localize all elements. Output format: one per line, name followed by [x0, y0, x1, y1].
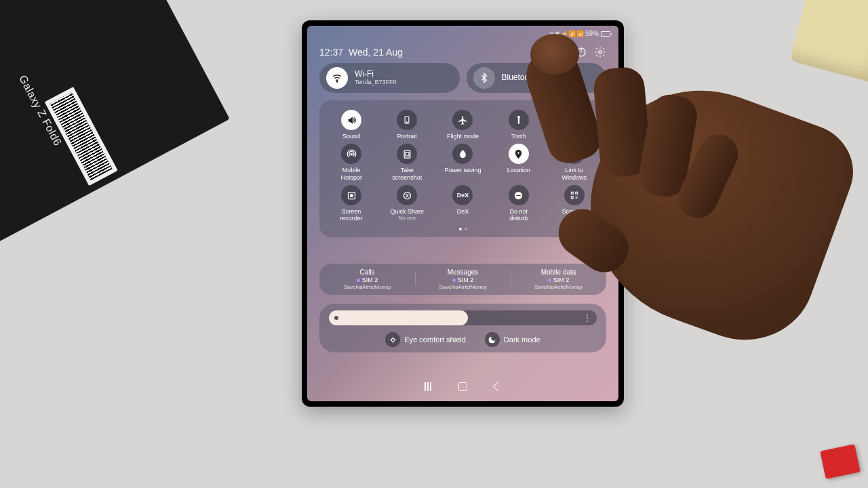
nav-bar [307, 377, 618, 396]
wifi-title: Wi-Fi [355, 70, 397, 79]
torch-label: Torch [500, 133, 538, 140]
scan-qr-label: Scan QR code [555, 208, 593, 222]
svg-point-19 [391, 338, 394, 341]
sim-messages[interactable]: Messages SIM 2 SaveNaAirtelMoney [415, 268, 511, 290]
settings-icon[interactable] [594, 46, 606, 58]
tile-portrait[interactable]: Portrait [388, 110, 426, 140]
tile-power-saving[interactable]: Power saving [443, 144, 481, 181]
bluetooth-icon [473, 67, 495, 89]
product-box [0, 0, 230, 246]
portrait-icon [397, 110, 417, 130]
screen-rec-label: Screen recorder [332, 208, 370, 222]
status-icons: ⊝ ✱ ⚡ 📶 📶 [549, 30, 583, 37]
portrait-label: Portrait [388, 133, 426, 140]
header-row: 12:37 Wed, 21 Aug [319, 46, 606, 58]
svg-point-3 [336, 81, 338, 83]
quick-settings-panel: SoundPortraitFlight modeTorchMobile data… [319, 100, 606, 237]
dnd-icon [509, 185, 529, 205]
screenshot-label: Take screenshot [388, 167, 426, 181]
sound-icon [341, 110, 361, 130]
wifi-icon [326, 67, 348, 89]
tile-sound[interactable]: Sound [332, 110, 370, 140]
date: Wed, 21 Aug [349, 47, 403, 58]
svg-point-5 [407, 122, 408, 123]
svg-rect-18 [517, 195, 521, 195]
svg-point-9 [517, 152, 519, 154]
tile-hotspot[interactable]: Mobile Hotspot [332, 144, 370, 181]
tile-screenshot[interactable]: Take screenshot [388, 144, 426, 181]
brightness-more-icon[interactable]: ⋮ [583, 313, 591, 323]
tile-dex[interactable]: DeXDeX [443, 185, 481, 222]
battery-percent: 59% [585, 30, 599, 37]
sun-icon [334, 316, 338, 320]
power-icon[interactable] [575, 46, 587, 58]
sound-label: Sound [332, 133, 370, 140]
quick-share-icon [397, 185, 417, 205]
dark-mode-toggle[interactable]: Dark mode [485, 332, 540, 347]
tile-torch[interactable]: Torch [500, 110, 538, 140]
svg-rect-11 [574, 151, 578, 154]
tile-scan-qr[interactable]: Scan QR code [555, 185, 593, 222]
sim-panel[interactable]: Calls SIM 2 SaveNaAirtelMoney Messages S… [319, 264, 606, 295]
tile-location[interactable]: Location [500, 144, 538, 181]
brightness-slider[interactable]: ⋮ [329, 310, 597, 325]
wifi-ssid: Tenda_B73FF0 [355, 79, 397, 86]
sim-calls[interactable]: Calls SIM 2 SaveNaAirtelMoney [319, 268, 415, 290]
hotspot-label: Mobile Hotspot [332, 167, 370, 181]
phone-screen: ⊝ ✱ ⚡ 📶 📶 59% 12:37 Wed, 21 Aug Wi-Fi T [307, 26, 618, 401]
torch-icon [509, 110, 529, 130]
power-saving-icon [452, 144, 473, 164]
sim-mobiledata[interactable]: Mobile data SIM 2 SaveNaAirtelMoney [511, 268, 606, 290]
clock: 12:37 [319, 47, 343, 58]
power-saving-label: Power saving [443, 167, 481, 174]
tile-link-windows[interactable]: Link to Windows [555, 144, 593, 181]
dex-label: DeX [443, 208, 481, 215]
watermark-badge [820, 444, 861, 479]
flight-icon [452, 110, 473, 130]
eye-comfort-toggle[interactable]: Eye comfort shield [385, 332, 465, 347]
dark-mode-label: Dark mode [504, 336, 540, 344]
svg-rect-8 [406, 152, 409, 156]
nav-back[interactable] [494, 383, 501, 390]
mobile-data-icon [564, 110, 585, 130]
svg-rect-10 [571, 151, 574, 154]
brightness-panel: ⋮ Eye comfort shield Dark mode [319, 304, 606, 352]
link-windows-icon [564, 144, 585, 164]
phone-device: ⊝ ✱ ⚡ 📶 📶 59% 12:37 Wed, 21 Aug Wi-Fi T [302, 20, 624, 407]
svg-point-6 [351, 153, 353, 155]
screen-rec-icon [341, 185, 361, 205]
svg-rect-12 [571, 155, 574, 157]
battery-icon [601, 31, 610, 37]
bluetooth-toggle[interactable]: Bluetooth [467, 63, 607, 93]
tile-screen-rec[interactable]: Screen recorder [332, 185, 370, 222]
hotspot-icon [341, 144, 361, 164]
dnd-label: Do not disturb [500, 208, 538, 222]
eye-comfort-icon [385, 332, 400, 347]
location-icon [509, 144, 529, 164]
tile-flight[interactable]: Flight mode [443, 110, 481, 140]
desk-object [789, 0, 868, 85]
tile-dnd[interactable]: Do not disturb [500, 185, 538, 222]
bluetooth-title: Bluetooth [502, 73, 536, 82]
svg-rect-13 [574, 155, 578, 157]
status-bar: ⊝ ✱ ⚡ 📶 📶 59% [549, 30, 610, 37]
svg-point-2 [599, 51, 602, 54]
screenshot-icon [397, 144, 417, 164]
svg-point-15 [350, 194, 353, 197]
quick-share-label: Quick Share [388, 208, 426, 215]
mobile-data-label: Mobile data [555, 133, 593, 140]
tile-mobile-data[interactable]: Mobile data [555, 110, 593, 140]
page-indicator [323, 226, 602, 232]
wifi-toggle[interactable]: Wi-Fi Tenda_B73FF0 [319, 63, 460, 93]
eye-comfort-label: Eye comfort shield [404, 336, 465, 344]
tile-quick-share[interactable]: Quick ShareNo one [388, 185, 426, 222]
dark-mode-icon [485, 332, 500, 347]
location-label: Location [500, 167, 538, 174]
nav-recents[interactable] [425, 382, 431, 391]
nav-home[interactable] [458, 382, 467, 391]
scan-qr-icon [564, 185, 585, 205]
dex-icon: DeX [452, 185, 473, 205]
flight-label: Flight mode [443, 133, 481, 140]
link-windows-label: Link to Windows [555, 167, 593, 181]
